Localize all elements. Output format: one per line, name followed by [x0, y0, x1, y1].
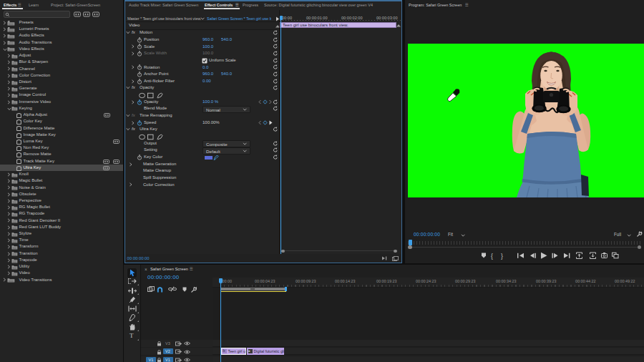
svg-text:}: } [501, 252, 503, 259]
svg-text:{: { [491, 252, 493, 259]
